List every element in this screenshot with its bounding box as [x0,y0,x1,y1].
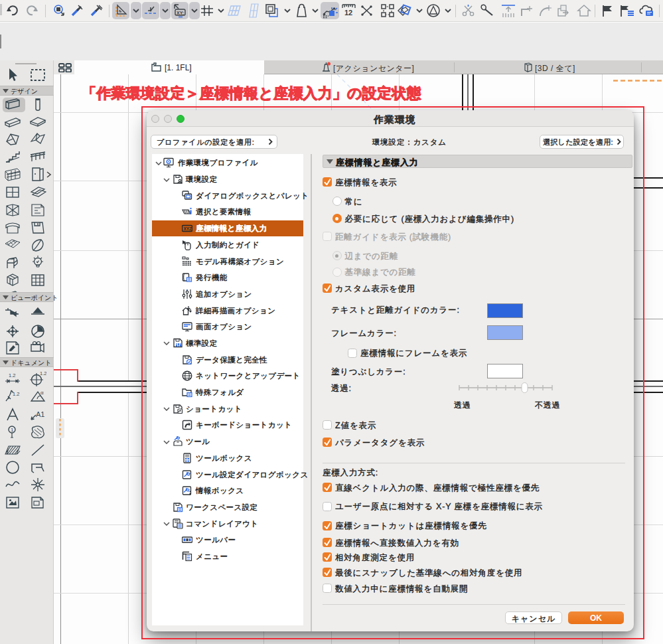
svg-text:12: 12 [344,9,352,17]
svg-text:1.2: 1.2 [9,372,15,378]
svg-text:1: 1 [11,427,14,433]
svg-text:1.2: 1.2 [40,370,46,376]
svg-text:1.2: 1.2 [13,391,19,397]
svg-text:XY:: XY: [177,11,184,15]
svg-text:α: α [40,390,44,396]
svg-text:A1: A1 [36,410,44,418]
